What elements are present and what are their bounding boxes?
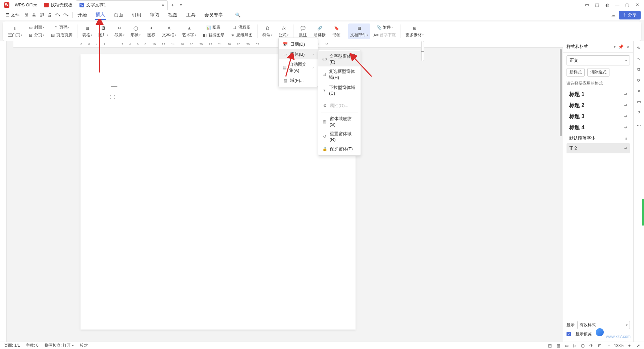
redo-icon[interactable]: ↷▾ <box>63 12 68 17</box>
dd-shading[interactable]: ▨窗体域底纹(S) <box>318 114 361 129</box>
dd-reset[interactable]: ↺重置窗体域(R) <box>318 129 361 144</box>
rb-doc-parts[interactable]: ▦文档部件▾ <box>348 23 370 39</box>
rb-resources[interactable]: ⊞更多素材▾ <box>403 23 426 39</box>
rb-cover[interactable]: ▭封面▾ <box>25 24 47 31</box>
style-heading3[interactable]: 标题 3↵ <box>567 111 630 122</box>
rb-icon[interactable]: ✦图标 <box>144 23 159 39</box>
new-style-button[interactable]: 新样式 <box>567 68 585 77</box>
dd-dropdown-form[interactable]: ▾下拉型窗体域(C) <box>318 83 361 98</box>
layers-icon[interactable]: ⧉ <box>636 66 642 72</box>
undo-icon[interactable]: ↶▾ <box>55 12 60 17</box>
clear-format-button[interactable]: 清除格式 <box>587 68 609 77</box>
web-view-icon[interactable]: ▭ <box>565 343 569 348</box>
rb-chart[interactable]: 📊图表 <box>200 24 227 31</box>
help-icon[interactable]: ? <box>636 109 642 115</box>
page-view-icon[interactable]: ▦ <box>556 343 560 348</box>
vertical-ruler[interactable] <box>0 41 7 342</box>
menu-page[interactable]: 页面 <box>113 11 124 19</box>
tab-close-icon[interactable]: ● <box>162 3 164 7</box>
scrollbar-thumb[interactable] <box>560 49 562 136</box>
rb-shape[interactable]: ◯形状▾ <box>128 23 143 39</box>
style-filter-select[interactable]: 有效样式 ▾ <box>577 321 630 329</box>
rb-textbox[interactable]: A文本框▾ <box>159 23 179 39</box>
save-icon[interactable]: 🖫 <box>24 12 29 17</box>
menu-start[interactable]: 开始 <box>77 11 88 19</box>
select-icon[interactable]: ↖ <box>636 56 642 62</box>
preview-checkbox[interactable]: ✓ <box>567 332 571 336</box>
status-page[interactable]: 页面: 1/1 <box>4 343 20 348</box>
rb-page-break[interactable]: ⊟分页▾ <box>25 32 47 39</box>
pencil-icon[interactable]: ✎ <box>636 45 642 51</box>
cloud-sync-icon[interactable]: ☁ <box>611 12 615 17</box>
status-spell[interactable]: 拼写检查: 打开 ▾ <box>45 343 74 348</box>
fit-icon[interactable]: ⊡ <box>598 343 601 348</box>
read-view-icon[interactable]: ▷ <box>573 343 576 348</box>
style-heading2[interactable]: 标题 2↵ <box>567 100 630 111</box>
rb-attachment[interactable]: 📎附件▾ <box>371 24 398 31</box>
print-icon[interactable]: 🖶 <box>32 12 36 17</box>
minimize-button[interactable]: — <box>614 2 620 8</box>
search-icon[interactable]: 🔍 <box>235 12 240 17</box>
menu-insert[interactable]: 插入 <box>95 10 106 20</box>
menu-member[interactable]: 会员专享 <box>204 11 224 19</box>
zoom-level[interactable]: 133% <box>614 343 624 348</box>
rb-table[interactable]: ▦表格▾ <box>79 23 95 39</box>
rb-mindmap[interactable]: ✶思维导图 <box>228 32 255 39</box>
menu-tools[interactable]: 工具 <box>185 11 196 19</box>
rb-header-footer[interactable]: ▤页眉页脚 <box>48 32 75 39</box>
rb-smart-graphic[interactable]: ◧智能图形 <box>200 32 227 39</box>
document-page[interactable]: ⋮⋮ <box>80 54 356 330</box>
new-tab-dropdown[interactable]: ▾ <box>177 3 184 7</box>
new-tab-button[interactable]: ＋ <box>168 2 177 8</box>
reading-mode-icon[interactable]: ▭ <box>584 2 590 8</box>
style-heading4[interactable]: 标题 4↵ <box>567 122 630 133</box>
menu-view[interactable]: 视图 <box>167 11 178 19</box>
print-preview-icon[interactable]: 🗐 <box>40 12 44 17</box>
close-button[interactable]: ✕ <box>635 2 640 8</box>
zoom-in-button[interactable]: + <box>627 343 632 348</box>
print-direct-icon[interactable]: 🖨 <box>47 12 52 17</box>
style-body[interactable]: 正文↵ <box>567 143 630 153</box>
rb-formula[interactable]: √x公式▾ <box>276 23 291 39</box>
eye-icon[interactable]: 👁 <box>589 343 593 348</box>
user-avatar-icon[interactable]: ◐ <box>604 2 610 8</box>
current-style-select[interactable]: 正文 ▾ <box>567 55 630 65</box>
rb-wordart[interactable]: 𝐀艺术字▾ <box>179 23 199 39</box>
tab-home[interactable]: WPS Office <box>11 0 41 10</box>
menu-reference[interactable]: 引用 <box>131 11 142 19</box>
rotate-icon[interactable]: ⟳ <box>636 77 642 83</box>
drag-handle-icon[interactable]: ⋮⋮ <box>108 95 116 99</box>
pin-icon[interactable]: 📌 <box>618 44 624 49</box>
rb-symbol[interactable]: Ω符号▾ <box>260 23 275 39</box>
print-layout-icon[interactable]: ▢ <box>581 343 585 348</box>
expand-icon[interactable]: ⤢ <box>637 343 640 348</box>
rb-page-number[interactable]: #页码▾ <box>48 24 75 31</box>
outline-view-icon[interactable]: ▤ <box>548 343 552 348</box>
cube-icon[interactable]: ⬚ <box>594 2 600 8</box>
status-words[interactable]: 字数: 0 <box>26 343 38 348</box>
style-heading1[interactable]: 标题 1↵ <box>567 89 630 100</box>
tools-icon[interactable]: ✕ <box>636 88 642 94</box>
maximize-button[interactable]: ▢ <box>625 2 630 8</box>
style-default-font[interactable]: 默认段落字体a <box>567 133 630 143</box>
scrollbar-vertical[interactable] <box>559 48 563 328</box>
status-proof[interactable]: 校对 <box>80 343 88 348</box>
file-menu-button[interactable]: ☰ 文件 <box>3 11 21 19</box>
zoom-out-button[interactable]: − <box>606 343 611 348</box>
more-icon[interactable]: ⋯ <box>636 122 642 128</box>
close-panel-icon[interactable]: ✕ <box>626 44 630 49</box>
dd-date[interactable]: 📅日期(D) <box>279 39 318 49</box>
rb-blank-page[interactable]: ▯空白页▾ <box>5 23 25 39</box>
rb-flowchart[interactable]: ⇉流程图 <box>228 24 255 31</box>
rb-screenshot[interactable]: ✂截屏▾ <box>112 23 127 39</box>
rb-hyperlink[interactable]: 🔗超链接 <box>311 23 328 39</box>
dd-protect[interactable]: 🔒保护窗体(F) <box>318 144 361 154</box>
book-icon[interactable]: ▭ <box>636 99 642 105</box>
share-button[interactable]: ⇪ 分享 <box>619 11 641 19</box>
tab-templates[interactable]: 找稻壳模板 <box>41 0 76 10</box>
rb-comment[interactable]: 💬批注 <box>296 23 310 39</box>
tab-document[interactable]: W 文字文稿1 ● <box>76 0 168 10</box>
rb-bookmark[interactable]: 🔖书签 <box>329 23 344 39</box>
panel-collapse-button[interactable]: — <box>421 41 424 61</box>
menu-review[interactable]: 审阅 <box>149 11 160 19</box>
